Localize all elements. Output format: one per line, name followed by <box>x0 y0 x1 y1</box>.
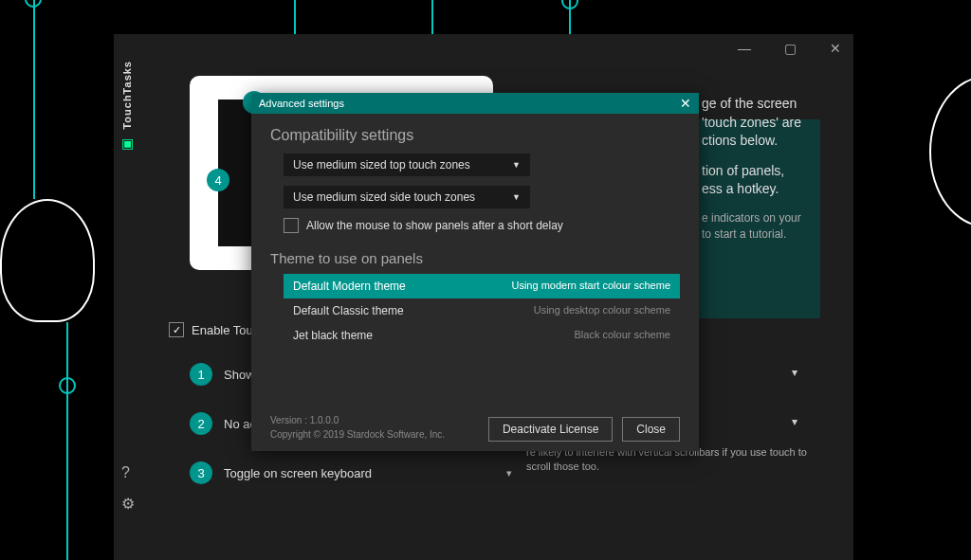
help-icon[interactable]: ? <box>121 464 135 481</box>
theme-scheme: Using desktop colour scheme <box>534 304 670 317</box>
compat-heading: Compatibility settings <box>270 127 680 144</box>
deactivate-license-button[interactable]: Deactivate License <box>488 417 613 442</box>
theme-option-jetblack[interactable]: Jet black theme Black colour scheme <box>284 323 680 348</box>
info-line: 'touch zones' are <box>702 115 801 130</box>
chevron-down-icon[interactable]: ▾ <box>506 467 512 479</box>
close-button[interactable]: Close <box>622 417 680 442</box>
info-line: ess a hotkey. <box>702 181 779 196</box>
dialog-body: Compatibility settings Use medium sized … <box>251 114 699 357</box>
side-zones-select[interactable]: Use medium sized side touch zones ▼ <box>284 186 530 208</box>
theme-option-classic[interactable]: Default Classic theme Using desktop colo… <box>284 298 680 323</box>
app-name-label: TouchTasks <box>121 61 133 130</box>
copyright-label: Copyright © 2019 Stardock Software, Inc. <box>270 427 445 442</box>
select-value: Use medium sized top touch zones <box>293 158 470 172</box>
caret-down-icon: ▼ <box>512 192 521 202</box>
dialog-title: Advanced settings <box>259 98 344 109</box>
version-info: Version : 1.0.0.0 Copyright © 2019 Stard… <box>270 413 445 442</box>
gear-icon[interactable]: ⚙ <box>121 495 135 513</box>
info-hint: to start a tutorial. <box>702 227 786 241</box>
theme-list: Default Modern theme Using modern start … <box>284 274 680 348</box>
mouse-delay-label: Allow the mouse to show panels after a s… <box>306 219 563 232</box>
theme-heading: Theme to use on panels <box>270 250 680 266</box>
select-value: Use medium sized side touch zones <box>293 190 475 204</box>
info-text: ge of the screen 'touch zones' are ction… <box>702 95 844 254</box>
dialog-footer: Version : 1.0.0.0 Copyright © 2019 Stard… <box>270 413 680 442</box>
mouse-delay-row[interactable]: Allow the mouse to show panels after a s… <box>284 218 680 233</box>
option-badge: 1 <box>190 363 212 386</box>
theme-name: Jet black theme <box>293 329 373 342</box>
info-line: tion of panels, <box>702 163 784 178</box>
zone-marker-4[interactable]: 4 <box>207 169 229 191</box>
option-label: Show <box>224 368 255 382</box>
mouse-delay-checkbox[interactable] <box>284 218 299 233</box>
titlebar: — ▢ ✕ <box>114 34 853 63</box>
theme-scheme: Black colour scheme <box>575 329 671 342</box>
enable-checkbox[interactable] <box>169 322 184 337</box>
app-vertical-label: TouchTasks ▣ <box>116 61 138 174</box>
minimize-button[interactable]: — <box>730 37 759 60</box>
caret-down-icon: ▼ <box>512 160 521 170</box>
app-icon: ▣ <box>121 135 134 151</box>
chevron-down-icon[interactable]: ▾ <box>792 415 797 428</box>
advanced-settings-dialog: Advanced settings ✕ Compatibility settin… <box>251 93 699 451</box>
option-badge: 2 <box>190 412 212 435</box>
info-line: ctions below. <box>702 133 778 148</box>
theme-name: Default Classic theme <box>293 304 404 317</box>
dialog-close-icon[interactable]: ✕ <box>680 96 691 111</box>
chevron-down-icon[interactable]: ▾ <box>792 366 797 379</box>
dialog-titlebar: Advanced settings ✕ <box>251 93 699 114</box>
top-zones-select[interactable]: Use medium sized top touch zones ▼ <box>284 154 530 176</box>
maximize-button[interactable]: ▢ <box>776 37 804 60</box>
info-line: ge of the screen <box>702 96 797 111</box>
theme-option-modern[interactable]: Default Modern theme Using modern start … <box>284 274 680 298</box>
bottom-icon-bar: ? ⚙ <box>121 464 135 513</box>
info-hint: e indicators on your <box>702 211 801 225</box>
option-row-3[interactable]: 3 Toggle on screen keyboard ▾ <box>190 457 512 489</box>
theme-scheme: Using modern start colour scheme <box>511 280 670 293</box>
option-badge: 3 <box>190 461 212 484</box>
close-window-button[interactable]: ✕ <box>821 37 850 60</box>
version-label: Version : 1.0.0.0 <box>270 413 445 427</box>
theme-name: Default Modern theme <box>293 280 406 293</box>
option-label: Toggle on screen keyboard <box>224 466 372 480</box>
